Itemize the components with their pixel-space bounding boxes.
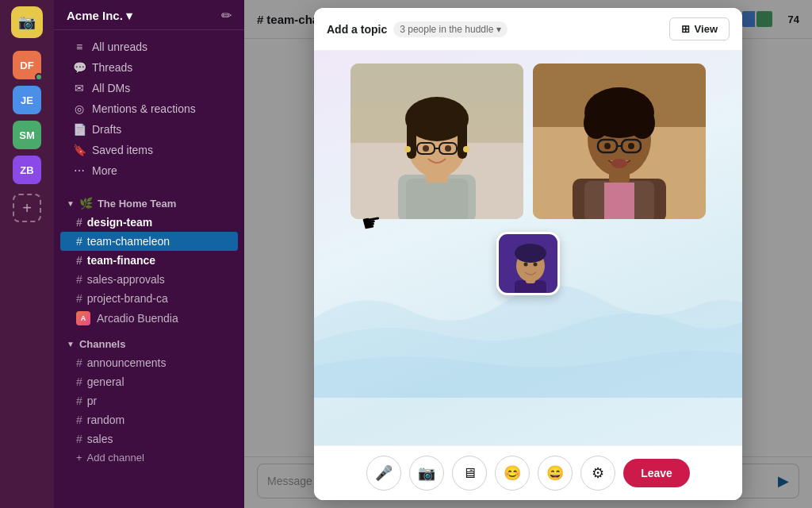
saved-icon: 🔖 [73,144,86,156]
channel-item-pr[interactable]: # pr [60,391,238,410]
chevron-down-icon: ▾ [126,9,132,23]
channel-item-project-brand[interactable]: # project-brand-ca [60,289,238,308]
online-dot [35,73,43,81]
toggle-icon: ▼ [67,199,75,208]
gear-icon: ⚙ [592,464,604,482]
team-section-header[interactable]: ▼ 🌿 The Home Team [54,187,244,213]
dms-icon: ✉ [73,82,86,94]
grid-icon: ⊞ [681,23,690,35]
solo-video-tile [496,232,560,295]
video-button[interactable]: 📷 [409,456,444,491]
sidebar-header: Acme Inc. ▾ ✏ [54,0,244,30]
channel-item-general[interactable]: # general [60,372,238,391]
huddle-header: Add a topic 3 people in the huddle ▾ ⊞ V… [314,8,742,51]
svg-point-33 [628,143,634,149]
nav-item-all-dms[interactable]: ✉ All DMs [60,78,238,98]
nav-item-drafts[interactable]: 📄 Drafts [60,119,238,140]
video-grid: ☛ [314,51,742,445]
screen-share-button[interactable]: 🖥 [452,456,487,491]
video-tile-2 [533,64,706,219]
video-icon: 📷 [418,464,435,482]
more-icon: ⋯ [73,164,86,177]
nav-item-all-unreads[interactable]: ≡ All unreads [60,37,238,57]
add-workspace-button[interactable]: + [13,194,41,222]
svg-point-13 [423,145,429,152]
sidebar: Acme Inc. ▾ ✏ ≡ All unreads 💬 Threads ✉ … [54,0,244,508]
microphone-button[interactable]: 🎤 [366,456,401,491]
user-avatar-small: A [76,311,90,325]
workspace-logo[interactable]: 📷 [11,6,43,38]
svg-point-15 [404,146,411,152]
nav-section: ≡ All unreads 💬 Threads ✉ All DMs ◎ Ment… [54,30,244,187]
video-top-row [327,64,730,219]
svg-point-34 [611,159,627,168]
leave-button[interactable]: Leave [623,459,690,487]
emoji2-icon: 😄 [546,464,564,482]
svg-rect-8 [407,119,416,159]
emoji-icon: 😊 [504,464,521,482]
drafts-icon: 📄 [73,123,86,136]
nav-item-saved[interactable]: 🔖 Saved items [60,140,238,160]
settings-button[interactable]: ⚙ [580,456,615,491]
svg-rect-9 [458,119,467,159]
channel-item-random[interactable]: # random [60,410,238,429]
channel-item-team-finance[interactable]: # team-finance [60,251,238,270]
nav-item-threads[interactable]: 💬 Threads [60,57,238,78]
view-button[interactable]: ⊞ View [669,17,730,40]
svg-point-41 [534,263,538,267]
svg-rect-22 [604,183,634,219]
unreads-icon: ≡ [73,40,86,53]
avatar-sm[interactable]: SM [13,121,41,149]
chevron-down-icon: ▾ [496,24,501,35]
channel-item-announcements[interactable]: # announcements [60,353,238,372]
channels-toggle-icon: ▼ [67,340,75,348]
huddle-controls: 🎤 📷 🖥 😊 😄 ⚙ Leave [314,445,742,500]
add-channel-button[interactable]: + Add channel [60,448,238,467]
huddle-overlay: Add a topic 3 people in the huddle ▾ ⊞ V… [244,0,812,508]
svg-point-16 [463,146,469,152]
svg-point-39 [515,244,546,263]
svg-point-40 [524,263,528,267]
header-icons: ✏ [221,8,232,23]
workspace-logo-emoji: 📷 [18,13,36,31]
huddle-modal: Add a topic 3 people in the huddle ▾ ⊞ V… [314,8,742,500]
channels-section-header[interactable]: ▼ Channels [54,329,244,353]
huddle-people-button[interactable]: 3 people in the huddle ▾ [393,21,508,37]
solo-tile [496,232,560,295]
screen-icon: 🖥 [462,465,477,482]
emoji-2-button[interactable]: 😄 [538,456,573,491]
nav-item-mentions[interactable]: ◎ Mentions & reactions [60,98,238,119]
svg-point-28 [591,92,648,121]
workspace-name[interactable]: Acme Inc. ▾ [67,9,132,23]
svg-point-14 [445,145,451,152]
video-tile-1 [350,64,523,219]
main-content: # team-chameleon ▾ 74 Message #team-cham… [244,0,812,508]
channel-item-sales-approvals[interactable]: # sales-approvals [60,270,238,289]
dm-user-arcadio[interactable]: A Arcadio Buendia [60,308,238,329]
team-avatar-icon: 🌿 [79,197,93,210]
workspace-bar: 📷 DF JE SM ZB + [0,0,54,508]
channel-item-design-team[interactable]: # design-team [60,213,238,232]
plus-icon: + [76,452,82,464]
svg-rect-4 [406,179,468,219]
threads-icon: 💬 [73,61,86,74]
svg-point-32 [604,143,611,149]
mentions-icon: ◎ [73,102,86,115]
avatar-zb[interactable]: ZB [13,156,41,184]
huddle-title-area: Add a topic 3 people in the huddle ▾ [327,21,508,37]
add-topic-button[interactable]: Add a topic [327,23,387,36]
edit-icon[interactable]: ✏ [221,8,232,23]
channel-item-sales[interactable]: # sales [60,429,238,448]
avatar-df[interactable]: DF [13,51,41,79]
emoji-reaction-button[interactable]: 😊 [495,456,530,491]
channel-item-team-chameleon[interactable]: # team-chameleon [60,232,238,251]
nav-item-more[interactable]: ⋯ More [60,160,238,181]
mic-icon: 🎤 [375,464,393,482]
avatar-je[interactable]: JE [13,86,41,114]
